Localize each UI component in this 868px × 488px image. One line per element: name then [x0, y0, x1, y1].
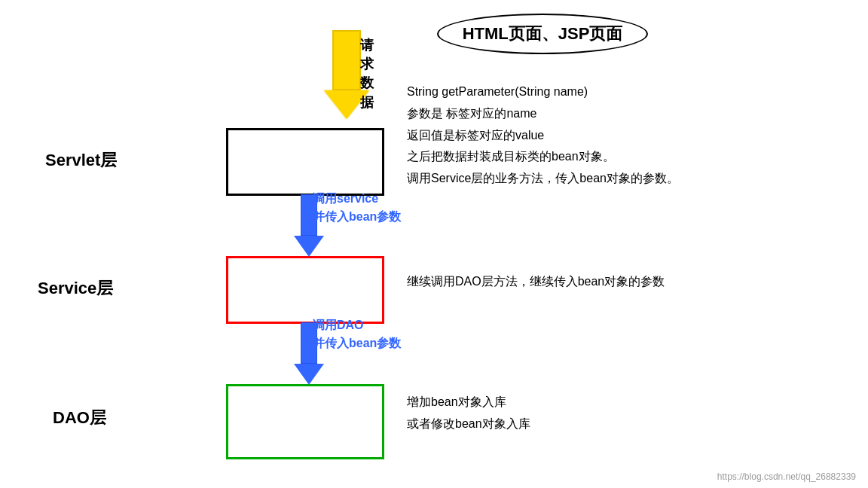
right-text-dao: 增加bean对象入库 或者修改bean对象入库 — [407, 392, 530, 435]
servlet-box — [226, 128, 384, 196]
right-text-service: 继续调用DAO层方法，继续传入bean对象的参数 — [407, 271, 665, 293]
yellow-arrow-label: 请求 数据 — [360, 36, 374, 112]
dao-box — [226, 384, 384, 459]
diagram-container: HTML页面、JSP页面 请求 数据 Servlet层 Service层 DAO… — [0, 0, 868, 488]
service-box — [226, 256, 384, 324]
blue-annotation-1: 调用service 并传入bean参数 — [313, 190, 401, 226]
blue-arrow-head-2 — [294, 364, 324, 385]
html-oval-label: HTML页面、JSP页面 — [463, 23, 623, 45]
blue-annotation-2: 调用DAO 并传入bean参数 — [313, 316, 401, 352]
html-jsp-oval: HTML页面、JSP页面 — [437, 14, 648, 54]
right-text-servlet: String getParameter(String name) 参数是 标签对… — [407, 81, 679, 190]
yellow-arrow: 请求 数据 — [324, 30, 369, 119]
yellow-arrow-shaft — [332, 30, 361, 90]
watermark: https://blog.csdn.net/qq_26882339 — [717, 471, 856, 482]
blue-arrow-head-1 — [294, 236, 324, 257]
dao-layer-label: DAO层 — [53, 407, 106, 429]
servlet-layer-label: Servlet层 — [45, 149, 117, 172]
service-layer-label: Service层 — [38, 277, 113, 300]
